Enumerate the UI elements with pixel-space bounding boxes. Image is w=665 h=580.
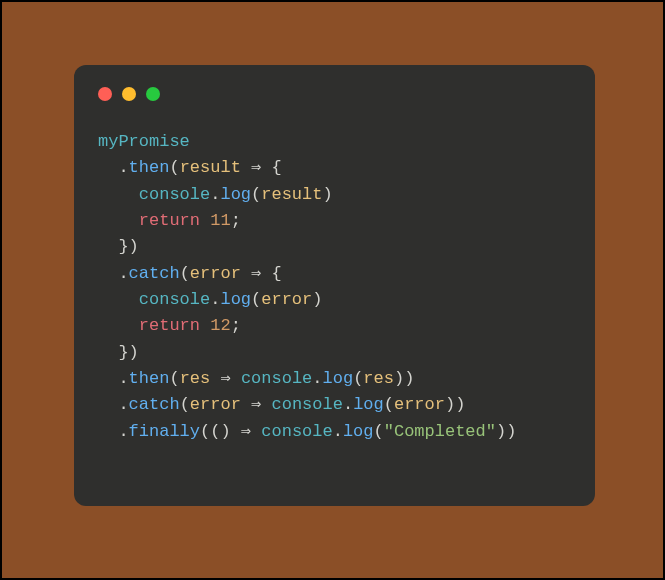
- arrow-icon: ⇒: [251, 395, 261, 414]
- window-traffic-lights: [98, 87, 571, 101]
- code-number: 12: [210, 316, 230, 335]
- minimize-icon[interactable]: [122, 87, 136, 101]
- code-param-result: result: [180, 158, 241, 177]
- arrow-icon: ⇒: [251, 264, 261, 283]
- code-method-log: log: [220, 185, 251, 204]
- code-keyword-return: return: [139, 211, 200, 230]
- code-window: myPromise .then(result ⇒ { console.log(r…: [74, 65, 595, 506]
- code-method-catch: catch: [129, 264, 180, 283]
- code-block: myPromise .then(result ⇒ { console.log(r…: [98, 129, 571, 445]
- code-number: 11: [210, 211, 230, 230]
- code-param-error: error: [190, 264, 241, 283]
- code-method-finally: finally: [129, 422, 200, 441]
- code-method-then: then: [129, 158, 170, 177]
- arrow-icon: ⇒: [251, 158, 261, 177]
- arrow-icon: ⇒: [241, 422, 251, 441]
- maximize-icon[interactable]: [146, 87, 160, 101]
- code-string: "Completed": [384, 422, 496, 441]
- code-builtin-console: console: [139, 185, 210, 204]
- close-icon[interactable]: [98, 87, 112, 101]
- code-param-res: res: [180, 369, 211, 388]
- arrow-icon: ⇒: [220, 369, 230, 388]
- code-identifier: myPromise: [98, 132, 190, 151]
